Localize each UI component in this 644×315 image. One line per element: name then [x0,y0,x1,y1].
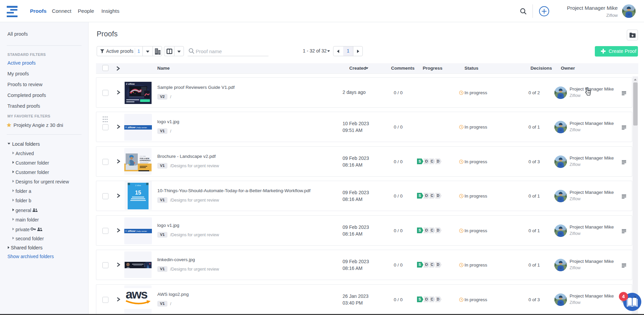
svg-text:4: 4 [622,294,625,299]
